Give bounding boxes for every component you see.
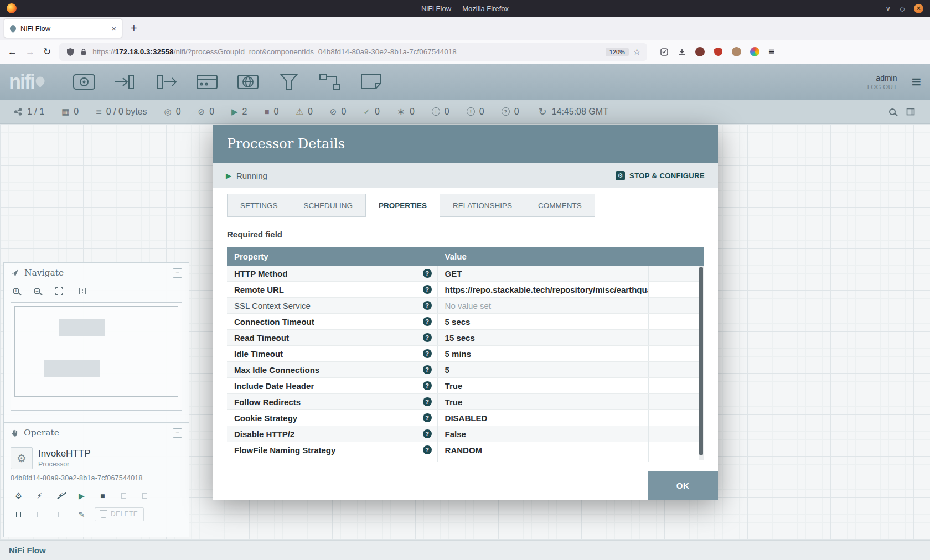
help-icon[interactable]: ? [423, 333, 432, 342]
delete-button[interactable]: DELETE [95, 507, 144, 521]
paste-button[interactable] [32, 507, 48, 521]
stop-button[interactable]: ■ [95, 489, 111, 502]
zoom-level-badge[interactable]: 120% [606, 48, 629, 56]
back-button[interactable]: ← [8, 46, 17, 58]
property-row[interactable]: Max Idle Connections ? 5 [227, 362, 704, 378]
disable-button[interactable]: ⚡ [53, 489, 69, 502]
window-maximize-button[interactable]: ◇ [900, 4, 905, 13]
zoom-actual-size-icon[interactable] [78, 287, 87, 295]
remote-process-group-tool-icon[interactable] [235, 71, 261, 93]
navigate-collapse-button[interactable]: − [173, 268, 182, 278]
window-minimize-button[interactable]: ∨ [885, 4, 891, 13]
help-icon[interactable]: ? [423, 301, 432, 310]
url-bar[interactable]: https://172.18.0.3:32558/nifi/?processGr… [59, 43, 647, 61]
browser-menu-button[interactable]: ≡ [768, 46, 774, 58]
property-row[interactable]: FlowFile Naming Strategy ? RANDOM [227, 442, 704, 458]
help-icon[interactable]: ? [423, 349, 432, 358]
property-value-cell[interactable]: 15 secs [438, 330, 649, 345]
reload-button[interactable]: ↻ [43, 46, 51, 58]
label-tool-icon[interactable] [358, 71, 384, 93]
window-close-button[interactable]: × [914, 4, 923, 13]
pocket-icon[interactable] [660, 48, 669, 56]
table-scrollbar[interactable] [699, 266, 704, 460]
process-group-tool-icon[interactable] [194, 71, 220, 93]
new-tab-button[interactable]: + [131, 22, 137, 35]
property-row[interactable]: Connection Timeout ? 5 secs [227, 314, 704, 330]
table-scrollbar-thumb[interactable] [699, 267, 703, 455]
property-row[interactable]: Disable HTTP/2 ? False [227, 426, 704, 442]
lock-icon[interactable] [79, 48, 88, 56]
zoom-fit-icon[interactable] [55, 287, 64, 295]
extension-icon-3[interactable] [750, 47, 760, 56]
property-row[interactable]: Follow Redirects ? True [227, 394, 704, 410]
extension-icon-2[interactable] [732, 47, 741, 56]
downloads-icon[interactable] [678, 48, 686, 56]
processor-tool-icon[interactable] [71, 71, 97, 93]
property-value-cell[interactable]: True [438, 378, 649, 393]
snippet-button[interactable] [53, 507, 69, 521]
configure-button[interactable]: ⚙ [11, 489, 27, 502]
property-row[interactable]: Cookie Strategy ? DISABLED [227, 410, 704, 426]
property-row[interactable]: Include Date Header ? True [227, 378, 704, 394]
help-icon[interactable]: ? [423, 285, 432, 294]
output-port-tool-icon[interactable] [153, 71, 179, 93]
panel-toggle-icon[interactable] [906, 107, 916, 116]
property-value-cell[interactable]: https://repo.stackable.tech/repository/m… [438, 282, 649, 297]
dialog-tab[interactable]: SETTINGS [227, 194, 291, 217]
copy-button[interactable] [11, 507, 27, 521]
fill-color-button[interactable]: ✎ [74, 507, 90, 521]
property-value-cell[interactable]: No value set [438, 298, 649, 313]
property-row[interactable]: SSL Context Service ? No value set [227, 298, 704, 314]
ok-button[interactable]: OK [648, 471, 718, 500]
global-menu-button[interactable]: ≡ [911, 75, 921, 89]
help-icon[interactable]: ? [423, 413, 432, 422]
enable-button[interactable]: ⚡ [32, 489, 48, 502]
dialog-tab[interactable]: RELATIONSHIPS [440, 194, 525, 217]
browser-tab[interactable]: NiFi Flow × [4, 19, 122, 38]
zoom-out-icon[interactable]: − [34, 288, 40, 294]
search-icon[interactable] [889, 108, 896, 115]
property-value-cell[interactable]: 5 [438, 362, 649, 377]
help-icon[interactable]: ? [423, 381, 432, 390]
input-port-tool-icon[interactable] [112, 71, 138, 93]
help-icon[interactable]: ? [423, 445, 432, 454]
zoom-in-icon[interactable]: + [13, 288, 19, 294]
refresh-icon[interactable]: ↻ [539, 107, 547, 117]
property-row[interactable]: Idle Timeout ? 5 mins [227, 346, 704, 362]
help-icon[interactable]: ? [423, 317, 432, 326]
url-text[interactable]: https://172.18.0.3:32558/nifi/?processGr… [92, 48, 601, 56]
funnel-tool-icon[interactable] [276, 71, 302, 93]
property-row[interactable]: Read Timeout ? 15 secs [227, 330, 704, 346]
property-value-cell[interactable]: 5 secs [438, 314, 649, 329]
birdseye-minimap[interactable] [11, 302, 182, 411]
property-value-cell[interactable]: 5 mins [438, 346, 649, 361]
property-value-cell[interactable]: False [438, 426, 649, 442]
property-value-cell[interactable]: DISABLED [438, 410, 649, 426]
logout-link[interactable]: LOG OUT [867, 84, 897, 90]
template-tool-icon[interactable] [317, 71, 343, 93]
property-value-cell[interactable]: RANDOM [438, 442, 649, 458]
property-value-cell[interactable]: True [438, 394, 649, 409]
start-button[interactable]: ▶ [74, 489, 90, 502]
dialog-tab[interactable]: PROPERTIES [366, 194, 440, 217]
ublock-extension-icon[interactable] [714, 47, 723, 56]
tracking-shield-icon[interactable] [66, 48, 75, 56]
group-components-button[interactable] [116, 489, 132, 502]
dialog-tab[interactable]: COMMENTS [525, 194, 595, 217]
help-icon[interactable]: ? [423, 397, 432, 406]
help-icon[interactable]: ? [423, 365, 432, 374]
extension-icon-1[interactable] [695, 47, 705, 56]
bookmark-star-icon[interactable]: ☆ [633, 47, 640, 57]
property-row[interactable]: Remote URL ? https://repo.stackable.tech… [227, 282, 704, 298]
property-value-cell[interactable]: GET [438, 266, 649, 281]
tab-close-icon[interactable]: × [111, 24, 116, 33]
breadcrumb[interactable]: NiFi Flow [9, 546, 46, 555]
help-icon[interactable]: ? [423, 429, 432, 438]
forward-button[interactable]: → [25, 46, 35, 58]
template-button[interactable] [137, 489, 153, 502]
help-icon[interactable]: ? [423, 269, 432, 278]
property-row[interactable]: HTTP Method ? GET [227, 266, 704, 282]
operate-collapse-button[interactable]: − [173, 428, 182, 438]
dialog-tab[interactable]: SCHEDULING [291, 194, 366, 217]
stop-and-configure-button[interactable]: ⚙ STOP & CONFIGURE [616, 171, 705, 180]
